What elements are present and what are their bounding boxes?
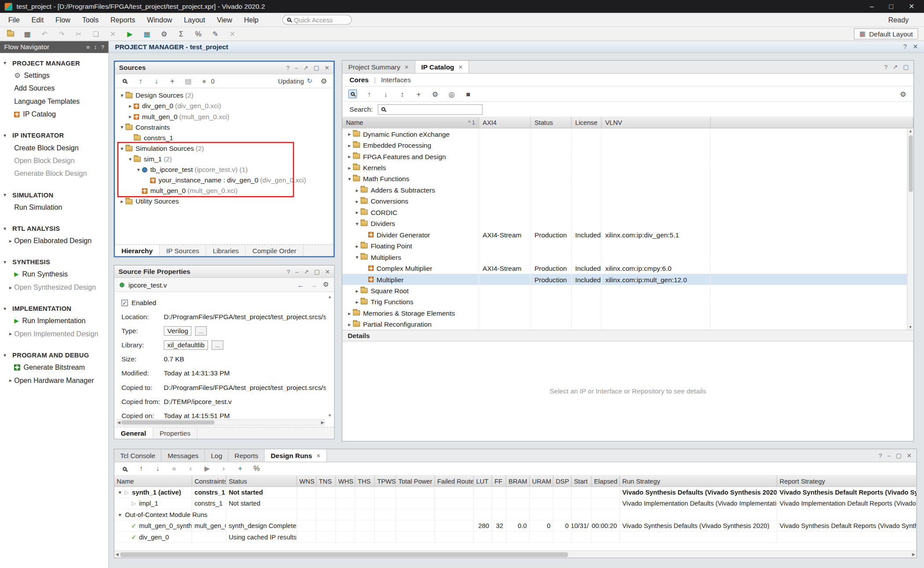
flownav-item-run-implementation[interactable]: ▶Run Implementation	[0, 314, 108, 327]
settings-icon[interactable]: ⚙	[898, 90, 907, 98]
search-icon[interactable]	[120, 76, 129, 85]
catalog-row-square-root[interactable]: ▸Square Root	[342, 285, 913, 296]
flownav-item-open-implemented-design[interactable]: ▸Open Implemented Design	[0, 328, 108, 340]
flownav-item-create-block-design[interactable]: Create Block Design	[0, 141, 108, 154]
workspace-help-icon[interactable]: ?	[903, 43, 907, 51]
flownav-section-implementation[interactable]: ▾IMPLEMENTATION	[0, 302, 108, 314]
catalog-row-kernels[interactable]: ▸Kernels	[342, 162, 913, 173]
tree-row-constraints[interactable]: ▾Constraints	[115, 122, 334, 132]
expander-closed-icon[interactable]: ▸	[354, 243, 361, 248]
menu-item-window[interactable]: Window	[141, 13, 178, 26]
column-header-start[interactable]: Start	[572, 476, 592, 486]
catalog-row-trig-functions[interactable]: ▸Trig Functions	[342, 296, 913, 307]
properties-settings-icon[interactable]: ⚙	[323, 280, 329, 289]
column-header-bram[interactable]: BRAM	[506, 476, 530, 486]
refresh-icon[interactable]: ↻	[307, 77, 312, 84]
properties-vertical-scrollbar[interactable]: ▲▼	[326, 295, 333, 418]
column-header-total-power[interactable]: Total Power	[396, 476, 435, 486]
catalog-row-divider-generator[interactable]: Divider GeneratorAXI4-StreamProductionIn…	[342, 229, 913, 240]
column-header-vlnv[interactable]: VLNV	[601, 117, 711, 128]
expander-closed-icon[interactable]: ▸	[346, 142, 353, 148]
help-icon[interactable]: ?	[286, 65, 289, 71]
flownav-item-open-block-design[interactable]: Open Block Design	[0, 154, 108, 167]
tab-close-icon[interactable]: ✕	[316, 452, 321, 458]
close-icon[interactable]: ✕	[325, 268, 330, 275]
open-icon[interactable]	[6, 29, 15, 38]
run-row-out-of-context-module-runs[interactable]: ▾Out-of-Context Module Runs	[114, 509, 917, 520]
restore-hierarchy-icon[interactable]: ↕	[398, 90, 407, 98]
menu-item-edit[interactable]: Edit	[26, 13, 49, 26]
column-header-license[interactable]: License	[572, 117, 601, 128]
flownav-item-open-elaborated-design[interactable]: ▸Open Elaborated Design	[0, 234, 108, 247]
tab-close-icon[interactable]: ✕	[404, 64, 409, 69]
column-header-constraints[interactable]: Constraints	[192, 476, 227, 486]
expander-open-icon[interactable]: ▾	[118, 146, 125, 151]
expander-closed-icon[interactable]: ▸	[346, 131, 353, 137]
tree-row-your-instance-name-div-gen-0[interactable]: your_instance_name : div_gen_0 (div_gen_…	[115, 175, 334, 186]
layout-select[interactable]: ▦ Default Layout	[854, 28, 918, 39]
flownav-section-rtl-analysis[interactable]: ▾RTL ANALYSIS	[0, 222, 108, 234]
expander-closed-icon[interactable]: ▸	[354, 198, 361, 204]
add-icon[interactable]: +	[236, 464, 245, 473]
minimize-icon[interactable]: –	[887, 452, 890, 459]
column-header-tns[interactable]: TNS	[316, 476, 336, 486]
bottom-tab-log[interactable]: Log	[205, 449, 229, 462]
column-header-wns[interactable]: WNS	[297, 476, 316, 486]
flownav-item-settings[interactable]: ⚙Settings	[0, 69, 108, 82]
copy-icon[interactable]: ❏	[92, 29, 100, 38]
maximize-icon[interactable]: ▢	[896, 452, 902, 459]
flownav-item-generate-block-design[interactable]: Generate Block Design	[0, 167, 108, 180]
catalog-row-math-functions[interactable]: ▾Math Functions	[342, 173, 913, 184]
edit-icon[interactable]: ✎	[211, 29, 220, 38]
tree-row-sim-1[interactable]: ▾sim_1 (2)	[115, 154, 334, 164]
expander-open-icon[interactable]: ▾	[354, 254, 361, 260]
flownav-section-simulation[interactable]: ▾SIMULATION	[0, 189, 108, 201]
expand-all-icon[interactable]: ↓	[381, 90, 390, 98]
collapse-all-icon[interactable]: ↑	[365, 90, 374, 98]
catalog-subtab-interfaces[interactable]: Interfaces	[381, 76, 411, 83]
ip-catalog-search-input[interactable]	[388, 106, 479, 113]
collapse-all-icon[interactable]: ↑	[136, 76, 145, 85]
flownav-item-open-synthesized-design[interactable]: ▸Open Synthesized Design	[0, 281, 108, 294]
design-runs-horizontal-scrollbar[interactable]: ◀▶	[114, 550, 917, 557]
expander-closed-icon[interactable]: ▸	[354, 288, 361, 293]
bottom-tab-reports[interactable]: Reports	[229, 449, 265, 462]
filter-icon[interactable]: ◎	[447, 90, 456, 98]
expander-closed-icon[interactable]: ▸	[346, 153, 353, 159]
tab-close-icon[interactable]: ✕	[458, 64, 463, 69]
flownav-item-ip-catalog[interactable]: IP Catalog	[0, 108, 108, 120]
run-icon[interactable]: ▶	[125, 29, 134, 38]
flownav-section-program-and-debug[interactable]: ▾PROGRAM AND DEBUG	[0, 349, 108, 361]
sources-tab-compile-order[interactable]: Compile Order	[246, 245, 304, 256]
property-input-type[interactable]: Verilog	[164, 326, 191, 335]
bottom-tab-messages[interactable]: Messages	[162, 449, 205, 462]
ellipsis-button[interactable]: ...	[212, 340, 224, 350]
flownav-item-run-synthesis[interactable]: ▶Run Synthesis	[0, 268, 108, 280]
expander-open-icon[interactable]: ▾	[117, 489, 123, 495]
expander-open-icon[interactable]: ▾	[135, 167, 142, 172]
catalog-row-dynamic-function-exchange[interactable]: ▸Dynamic Function eXchange	[342, 128, 913, 139]
report-icon[interactable]: ▤	[184, 76, 193, 85]
catalog-row-adders-subtracters[interactable]: ▸Adders & Subtracters	[342, 184, 913, 195]
expander-open-icon[interactable]: ▾	[354, 221, 361, 226]
catalog-row-multipliers[interactable]: ▾Multipliers	[342, 251, 913, 262]
to-start-icon[interactable]: «	[170, 464, 179, 473]
column-header-report-strategy[interactable]: Report Strategy	[777, 476, 917, 486]
flownav-item-language-templates[interactable]: Language Templates	[0, 95, 108, 108]
quick-access-search[interactable]: Quick Access	[282, 15, 352, 25]
catalog-row-dividers[interactable]: ▾Dividers	[342, 218, 913, 229]
forward-arrow-icon[interactable]: →	[310, 280, 317, 289]
tree-row-constrs-1[interactable]: constrs_1	[115, 132, 334, 143]
delete-icon[interactable]: ✕	[108, 29, 117, 38]
editor-tab-project-summary[interactable]: Project Summary✕	[342, 61, 415, 73]
tree-row-mult-gen-0[interactable]: mult_gen_0 (mult_gen_0.xci)	[115, 186, 334, 196]
bottom-tab-design-runs[interactable]: Design Runs✕	[265, 449, 327, 462]
run-row-mult-gen-0-synth-1[interactable]: ✓mult_gen_0_synth_1mult_gen_0synth_desig…	[114, 521, 917, 532]
column-header-run-strategy[interactable]: Run Strategy	[620, 476, 777, 486]
minimize-icon[interactable]: –	[295, 268, 298, 275]
tree-row-tb-ipcore-test[interactable]: ▾tb_ipcore_test (ipcore_test.v) (1)	[115, 164, 334, 175]
expander-closed-icon[interactable]: ▸	[127, 113, 134, 119]
maximize-icon[interactable]: ▢	[903, 64, 909, 70]
catalog-row-partial-reconfiguration[interactable]: ▸Partial Reconfiguration	[342, 319, 913, 330]
flownav-item-run-simulation[interactable]: Run Simulation	[0, 201, 108, 214]
